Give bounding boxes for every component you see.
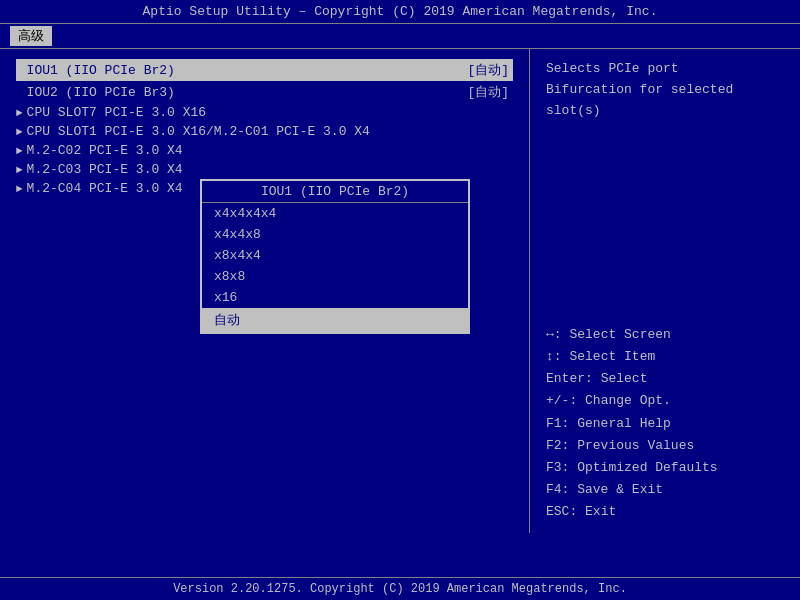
menu-item-co2[interactable]: ►M.2-C02 PCI-E 3.0 X4 — [16, 141, 513, 160]
key-desc: Exit — [585, 504, 616, 519]
dropdown-option[interactable]: x4x4x4x4 — [202, 203, 468, 224]
dropdown-popup: IOU1 (IIO PCIe Br2) x4x4x4x4x4x4x8x8x4x4… — [200, 179, 470, 334]
menu-label: M.2-C02 PCI-E 3.0 X4 — [27, 143, 513, 158]
key-label: +/-: — [546, 393, 577, 408]
menu-item-iou2[interactable]: IOU2 (IIO PCIe Br3)[自动] — [16, 81, 513, 103]
menu-list: IOU1 (IIO PCIe Br2)[自动] IOU2 (IIO PCIe B… — [16, 59, 513, 198]
submenu-arrow-icon: ► — [16, 183, 23, 195]
header-bar: Aptio Setup Utility – Copyright (C) 2019… — [0, 0, 800, 24]
key-hint: F2: Previous Values — [546, 435, 718, 457]
key-label: F3: — [546, 460, 569, 475]
key-hint: F4: Save & Exit — [546, 479, 718, 501]
key-desc: Optimized Defaults — [577, 460, 717, 475]
key-desc: Save & Exit — [577, 482, 663, 497]
submenu-arrow-icon: ► — [16, 164, 23, 176]
key-hint: F1: General Help — [546, 413, 718, 435]
key-hint: F3: Optimized Defaults — [546, 457, 718, 479]
key-hint: Enter: Select — [546, 368, 718, 390]
key-desc: Previous Values — [577, 438, 694, 453]
dropdown-option[interactable]: x8x8 — [202, 266, 468, 287]
dropdown-options: x4x4x4x4x4x4x8x8x4x4x8x8x16自动 — [202, 203, 468, 332]
dropdown-option[interactable]: 自动 — [202, 308, 468, 332]
key-desc: Select Screen — [569, 327, 670, 342]
menu-item-iou1[interactable]: IOU1 (IIO PCIe Br2)[自动] — [16, 59, 513, 81]
key-label: F2: — [546, 438, 569, 453]
key-label: ESC: — [546, 504, 577, 519]
key-label: ↕: — [546, 349, 562, 364]
key-hint: ↔: Select Screen — [546, 324, 718, 346]
help-line: Selects PCIe port — [546, 59, 784, 80]
menu-item-slot7[interactable]: ►CPU SLOT7 PCI-E 3.0 X16 — [16, 103, 513, 122]
menu-label: CPU SLOT7 PCI-E 3.0 X16 — [27, 105, 513, 120]
help-line: slot(s) — [546, 101, 784, 122]
tab-bar: 高级 — [0, 24, 800, 49]
right-help-text: Selects PCIe portBifurcation for selecte… — [546, 59, 784, 121]
submenu-arrow-icon: ► — [16, 126, 23, 138]
key-label: ↔: — [546, 327, 562, 342]
key-hint: +/-: Change Opt. — [546, 390, 718, 412]
submenu-arrow-icon: ► — [16, 107, 23, 119]
dropdown-title: IOU1 (IIO PCIe Br2) — [202, 181, 468, 203]
menu-label: IOU1 (IIO PCIe Br2) — [27, 63, 464, 78]
key-label: Enter: — [546, 371, 593, 386]
key-label: F1: — [546, 416, 569, 431]
menu-label: CPU SLOT1 PCI-E 3.0 X16/M.2-C01 PCI-E 3.… — [27, 124, 513, 139]
key-desc: Select — [601, 371, 648, 386]
left-panel: IOU1 (IIO PCIe Br2)[自动] IOU2 (IIO PCIe B… — [0, 49, 530, 533]
help-line: Bifurcation for selected — [546, 80, 784, 101]
dropdown-option[interactable]: x4x4x8 — [202, 224, 468, 245]
key-desc: Change Opt. — [585, 393, 671, 408]
right-panel: Selects PCIe portBifurcation for selecte… — [530, 49, 800, 533]
tab-advanced[interactable]: 高级 — [10, 26, 52, 46]
menu-item-co3[interactable]: ►M.2-C03 PCI-E 3.0 X4 — [16, 160, 513, 179]
submenu-arrow-icon: ► — [16, 145, 23, 157]
footer-text: Version 2.20.1275. Copyright (C) 2019 Am… — [173, 582, 627, 596]
footer-bar: Version 2.20.1275. Copyright (C) 2019 Am… — [0, 577, 800, 600]
key-hints: ↔: Select Screen↕: Select ItemEnter: Sel… — [546, 324, 718, 523]
key-desc: Select Item — [569, 349, 655, 364]
menu-value: [自动] — [463, 83, 513, 101]
dropdown-option[interactable]: x16 — [202, 287, 468, 308]
key-desc: General Help — [577, 416, 671, 431]
key-label: F4: — [546, 482, 569, 497]
key-hint: ESC: Exit — [546, 501, 718, 523]
header-title: Aptio Setup Utility – Copyright (C) 2019… — [143, 4, 658, 19]
dropdown-option[interactable]: x8x4x4 — [202, 245, 468, 266]
menu-value: [自动] — [463, 61, 513, 79]
key-hint: ↕: Select Item — [546, 346, 718, 368]
menu-label: IOU2 (IIO PCIe Br3) — [27, 85, 464, 100]
menu-label: M.2-C03 PCI-E 3.0 X4 — [27, 162, 513, 177]
menu-item-slot1[interactable]: ►CPU SLOT1 PCI-E 3.0 X16/M.2-C01 PCI-E 3… — [16, 122, 513, 141]
